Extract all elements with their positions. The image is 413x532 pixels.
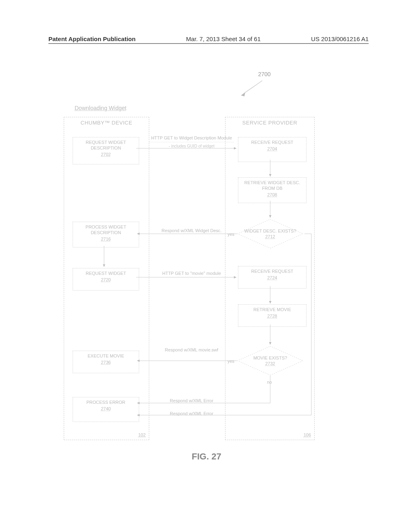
figure-caption: FIG. 27 — [0, 451, 413, 462]
diamond-2712-text: WIDGET DESC. EXISTS? — [244, 229, 296, 233]
diamond-2712-ref: 2712 — [244, 234, 296, 239]
diamond-2732-text: MOVIE EXISTS? — [253, 355, 287, 360]
diamond-2732-ref: 2732 — [253, 361, 287, 366]
